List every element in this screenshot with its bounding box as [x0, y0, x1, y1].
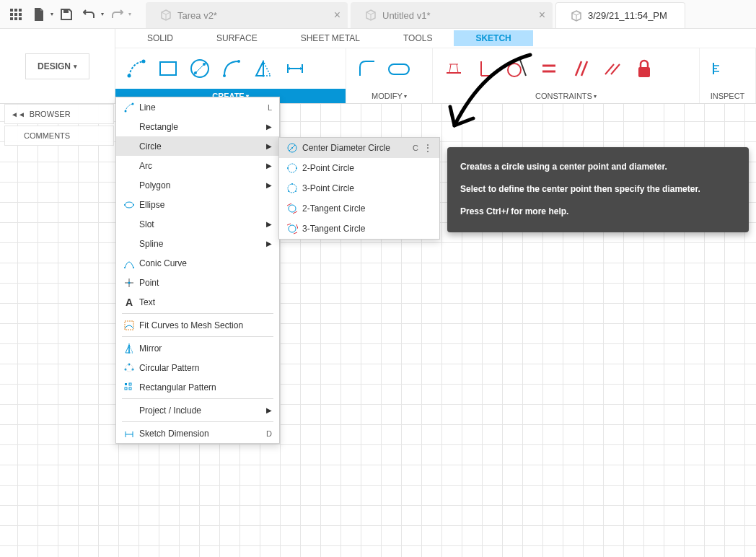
menu-item-conic[interactable]: Conic Curve: [116, 253, 279, 273]
svg-rect-3: [10, 13, 13, 16]
svg-point-49: [133, 267, 134, 268]
menu-item-slot[interactable]: Slot ▶: [116, 214, 279, 234]
svg-rect-6: [10, 17, 13, 20]
rectangle-tool-button[interactable]: [153, 53, 183, 84]
grid-icon: [10, 9, 22, 20]
three-tangent-circle-icon: [285, 222, 299, 236]
ribbon-tabs: SOLID SURFACE SHEET METAL TOOLS SKETCH: [115, 29, 756, 48]
svg-line-80: [287, 224, 291, 225]
tab-close-button[interactable]: ×: [539, 9, 545, 22]
comments-panel-header[interactable]: COMMENTS: [4, 126, 114, 146]
svg-line-35: [581, 61, 587, 76]
measure-tool-button[interactable]: [706, 53, 736, 84]
tangent-constraint-button[interactable]: [502, 53, 532, 84]
menu-item-arc[interactable]: Arc ▶: [116, 156, 279, 175]
file-dropdown-caret[interactable]: ▾: [50, 11, 53, 17]
menu-item-point[interactable]: Point: [116, 273, 279, 292]
left-panels: ◄◄ BROWSER COMMENTS: [4, 104, 114, 147]
tab-close-button[interactable]: ×: [334, 9, 340, 22]
document-tab-1[interactable]: Untitled v1* ×: [351, 2, 553, 28]
svg-rect-12: [160, 62, 176, 75]
create-tools: [115, 48, 346, 89]
menu-item-mirror[interactable]: Mirror: [116, 338, 279, 358]
redo-button[interactable]: [107, 4, 127, 25]
equal-constraint-button[interactable]: [534, 53, 564, 84]
submenu-arrow-icon: ▶: [266, 162, 272, 170]
document-tab-2[interactable]: 3/29/21_11:54_PM: [555, 2, 685, 28]
menu-label: Polygon: [139, 180, 170, 190]
sketch-canvas[interactable]: ◄◄ BROWSER COMMENTS Line L Rectangle ▶ C…: [0, 104, 756, 557]
create-dropdown-menu: Line L Rectangle ▶ Circle ▶ Arc ▶ Polygo…: [115, 97, 280, 444]
workspace-button[interactable]: DESIGN ▾: [25, 53, 89, 79]
menu-item-rectangle[interactable]: Rectangle ▶: [116, 117, 279, 136]
svg-rect-7: [14, 17, 17, 20]
menu-item-dimension[interactable]: Sketch Dimension D: [116, 424, 279, 443]
menu-item-fitcurves[interactable]: Fit Curves to Mesh Section: [116, 315, 279, 335]
submenu-3tangent[interactable]: 3-Tangent Circle: [279, 219, 439, 239]
undo-button[interactable]: [79, 4, 100, 25]
svg-line-16: [194, 63, 206, 74]
mirror-tool-button[interactable]: [248, 53, 278, 84]
submenu-center-diameter[interactable]: Center Diameter Circle C ⋮: [279, 138, 439, 158]
browser-label: BROWSER: [30, 110, 71, 118]
browser-panel-header[interactable]: ◄◄ BROWSER: [4, 104, 114, 124]
menu-item-circular-pattern[interactable]: Circular Pattern: [116, 358, 279, 377]
menu-item-text[interactable]: A Text: [116, 292, 279, 312]
chevron-down-icon: ▾: [74, 63, 77, 70]
svg-rect-61: [125, 387, 127, 390]
svg-point-47: [133, 204, 134, 206]
constraints-group-label[interactable]: CONSTRAINTS ▾: [433, 89, 699, 103]
svg-rect-1: [14, 9, 17, 12]
vertical-constraint-button[interactable]: [470, 53, 501, 84]
menu-label: Line: [139, 102, 156, 113]
svg-line-81: [294, 232, 297, 234]
undo-dropdown-caret[interactable]: ▾: [101, 11, 104, 17]
app-grid-button[interactable]: [6, 4, 26, 25]
menu-item-circle[interactable]: Circle ▶: [116, 136, 279, 156]
ribbon-tab-sketch[interactable]: SKETCH: [454, 30, 532, 46]
svg-line-82: [296, 224, 298, 229]
submenu-2point[interactable]: 2-Point Circle: [279, 158, 439, 178]
circ-pattern-icon: [122, 361, 136, 375]
menu-item-spline[interactable]: Spline ▶: [116, 234, 279, 253]
ribbon-tab-solid[interactable]: SOLID: [126, 30, 195, 46]
menu-item-ellipse[interactable]: Ellipse: [116, 195, 279, 214]
slot-tool-button[interactable]: [384, 53, 414, 84]
menu-separator: [122, 313, 273, 314]
ribbon-tab-tools[interactable]: TOOLS: [382, 30, 454, 46]
new-file-button[interactable]: [29, 4, 49, 25]
arc-tool-button[interactable]: [216, 53, 247, 84]
save-button[interactable]: [56, 4, 76, 25]
coincident-constraint-button[interactable]: [597, 53, 628, 84]
submenu-arrow-icon: ▶: [266, 142, 272, 150]
svg-point-70: [287, 167, 289, 169]
modify-group-label[interactable]: MODIFY ▾: [346, 89, 432, 103]
ribbon-tab-sheetmetal[interactable]: SHEET METAL: [279, 30, 382, 46]
fillet-tool-button[interactable]: [352, 53, 382, 84]
lock-constraint-button[interactable]: [629, 53, 659, 84]
circle-tool-button[interactable]: [185, 53, 215, 84]
menu-item-rectangular-pattern[interactable]: Rectangular Pattern: [116, 377, 279, 397]
menu-item-polygon[interactable]: Polygon ▶: [116, 175, 279, 195]
document-tab-0[interactable]: Tarea v2* ×: [146, 2, 348, 28]
submenu-3point[interactable]: 3-Point Circle: [279, 178, 439, 198]
menu-separator: [122, 421, 273, 422]
text-icon: A: [122, 295, 136, 310]
line-tool-button[interactable]: [121, 53, 151, 84]
svg-point-46: [124, 204, 126, 206]
svg-rect-5: [19, 13, 22, 16]
menu-item-line[interactable]: Line L: [116, 97, 279, 117]
kebab-icon[interactable]: ⋮: [423, 142, 432, 154]
svg-rect-60: [129, 383, 131, 385]
menu-label: Project / Include: [139, 405, 201, 416]
dimension-tool-button[interactable]: [280, 53, 310, 84]
redo-dropdown-caret[interactable]: ▾: [128, 11, 131, 17]
menu-item-project[interactable]: Project / Include ▶: [116, 400, 279, 420]
parallel-constraint-button[interactable]: [566, 53, 596, 84]
submenu-arrow-icon: ▶: [266, 406, 272, 414]
redo-icon: [110, 9, 123, 19]
ribbon-tab-surface[interactable]: SURFACE: [195, 30, 279, 46]
horizontal-constraint-button[interactable]: [439, 53, 469, 84]
submenu-2tangent[interactable]: 2-Tangent Circle: [279, 198, 439, 219]
inspect-group-label[interactable]: INSPECT: [700, 89, 755, 103]
